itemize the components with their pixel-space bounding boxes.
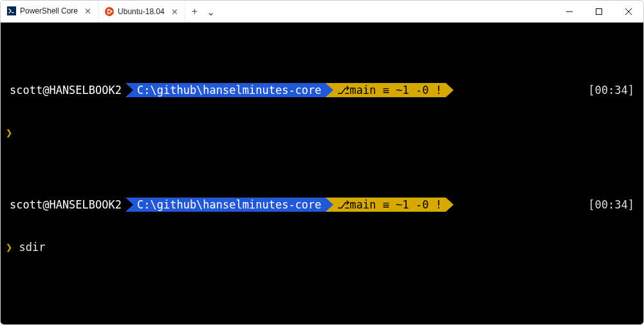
prompt-branch: ⎇ main ≡ ~1 -0 ! (333, 83, 446, 97)
close-icon[interactable]: ✕ (171, 7, 178, 17)
window-controls (555, 1, 643, 23)
prompt-symbol: ❯ (6, 126, 12, 139)
titlebar: PowerShell Core ✕ Ubuntu-18.04 ✕ + ⌄ (1, 1, 643, 23)
tab-label: Ubuntu-18.04 (118, 7, 165, 16)
tab-powershell[interactable]: PowerShell Core ✕ (1, 1, 98, 23)
powerline-separator-icon (326, 83, 333, 97)
prompt-path: C:\github\hanselminutes-core (133, 83, 326, 97)
ubuntu-icon (105, 7, 114, 16)
tab-dropdown-button[interactable]: ⌄ (207, 6, 215, 18)
prompt-user: scott@HANSELBOOK2 (6, 83, 125, 97)
svg-point-3 (111, 11, 112, 12)
svg-point-4 (107, 9, 109, 10)
prompt-symbol: ❯ (6, 241, 12, 254)
prompt-input-line: ❯ (6, 125, 638, 140)
powerline-separator-icon (446, 83, 454, 97)
prompt-line: scott@HANSELBOOK2 C:\github\hanselminute… (6, 198, 638, 212)
prompt-time: [00:34] (588, 83, 638, 97)
prompt-line: scott@HANSELBOOK2 C:\github\hanselminute… (6, 83, 638, 97)
tab-label: PowerShell Core (20, 6, 78, 15)
prompt-time: [00:34] (588, 198, 638, 212)
svg-point-5 (107, 13, 109, 14)
powerline-separator-icon (326, 198, 333, 212)
titlebar-drag-area[interactable] (221, 1, 555, 23)
svg-rect-7 (596, 9, 602, 15)
tab-actions: + ⌄ (185, 1, 221, 23)
terminal-pane[interactable]: scott@HANSELBOOK2 C:\github\hanselminute… (1, 23, 643, 324)
maximize-button[interactable] (584, 1, 614, 23)
close-icon[interactable]: ✕ (84, 6, 91, 16)
minimize-button[interactable] (555, 1, 584, 23)
powerline-separator-icon (125, 83, 133, 97)
powershell-icon (7, 6, 16, 15)
close-window-button[interactable] (614, 1, 643, 23)
prompt-branch: ⎇ main ≡ ~1 -0 ! (333, 198, 446, 212)
prompt-input-line: ❯ sdir (6, 240, 638, 254)
powerline-separator-icon (446, 198, 454, 212)
command-text: sdir (19, 241, 46, 254)
tab-ubuntu[interactable]: Ubuntu-18.04 ✕ (98, 1, 185, 23)
tab-strip: PowerShell Core ✕ Ubuntu-18.04 ✕ + ⌄ (1, 1, 221, 23)
powerline-separator-icon (125, 198, 133, 212)
prompt-path: C:\github\hanselminutes-core (133, 198, 326, 212)
svg-point-1 (105, 7, 114, 16)
new-tab-button[interactable]: + (192, 6, 198, 17)
prompt-user: scott@HANSELBOOK2 (6, 198, 125, 212)
